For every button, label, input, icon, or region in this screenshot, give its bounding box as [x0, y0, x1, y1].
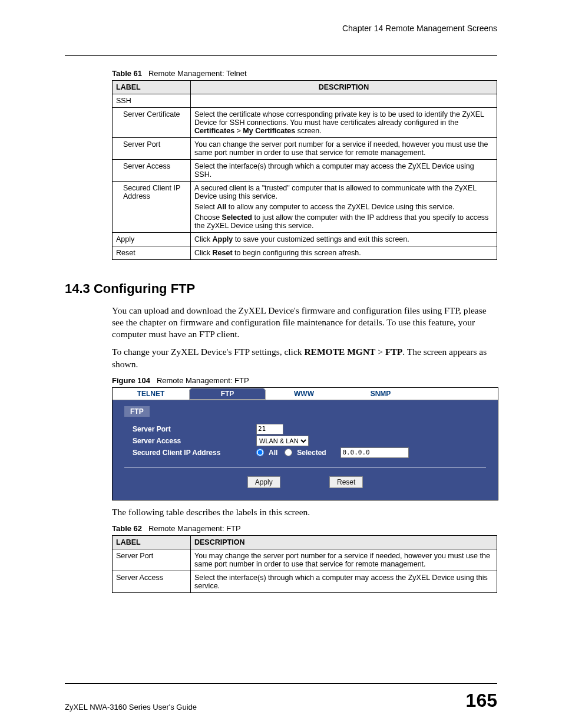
- panel-section-label: FTP: [124, 406, 150, 417]
- panel-divider: [124, 467, 486, 468]
- tab-www[interactable]: WWW: [266, 388, 342, 400]
- footer-guide-name: ZyXEL NWA-3160 Series User's Guide: [65, 703, 197, 711]
- table61-caption: Table 61 Remote Management: Telnet: [112, 69, 497, 78]
- table61-ssh-desc: [191, 94, 497, 108]
- table61-caption-num: Table 61: [112, 69, 142, 78]
- table62-header-label: LABEL: [113, 535, 191, 549]
- table61-reset-label: Reset: [113, 246, 191, 260]
- label-server-access: Server Access: [124, 437, 256, 445]
- table61-serveraccess-label: Server Access: [113, 160, 191, 182]
- section-heading: 14.3 Configuring FTP: [65, 281, 497, 297]
- table61-apply-desc: Click Apply to save your customized sett…: [191, 233, 497, 246]
- table62-serveraccess-desc: Select the interface(s) through which a …: [191, 571, 497, 592]
- table61-securedclient-label: Secured Client IP Address: [113, 182, 191, 233]
- table61-caption-text: Remote Management: Telnet: [148, 69, 247, 78]
- section-para1: You can upload and download the ZyXEL De…: [112, 305, 497, 340]
- table61-serverport-label: Server Port: [113, 138, 191, 160]
- reset-button[interactable]: Reset: [329, 476, 363, 488]
- label-secured-client-ip: Secured Client IP Address: [124, 449, 256, 457]
- tab-ftp[interactable]: FTP: [189, 388, 266, 400]
- table62-caption-num: Table 62: [112, 524, 142, 533]
- table61-ssh-label: SSH: [113, 94, 191, 108]
- tabs: TELNET FTP WWW SNMP: [113, 388, 498, 400]
- input-server-port[interactable]: [256, 424, 283, 434]
- table62: LABEL DESCRIPTION Server Port You may ch…: [112, 535, 497, 593]
- table62-serveraccess-label: Server Access: [113, 571, 191, 592]
- figure104-caption-num: Figure 104: [112, 376, 150, 385]
- section-para2: To change your ZyXEL Device's FTP settin…: [112, 346, 497, 370]
- page-footer: ZyXEL NWA-3160 Series User's Guide 165: [65, 680, 497, 711]
- tab-snmp[interactable]: SNMP: [342, 388, 419, 400]
- table61-serverport-desc: You can change the server port number fo…: [191, 138, 497, 160]
- table61-servercert-label: Server Certificate: [113, 108, 191, 138]
- table61-apply-label: Apply: [113, 233, 191, 246]
- select-server-access[interactable]: WLAN & LAN: [256, 436, 309, 446]
- radio-selected[interactable]: [285, 449, 292, 456]
- table61-header-desc: DESCRIPTION: [191, 81, 497, 94]
- table61-reset-desc: Click Reset to begin configuring this sc…: [191, 246, 497, 260]
- figure104: TELNET FTP WWW SNMP FTP Server Port Serv…: [112, 387, 498, 500]
- figure104-caption: Figure 104 Remote Management: FTP: [112, 376, 497, 385]
- header-rule: [65, 55, 497, 56]
- radio-selected-label: Selected: [297, 449, 326, 457]
- table61-servercert-desc: Select the certificate whose correspondi…: [191, 108, 497, 138]
- table62-serverport-desc: You may change the server port number fo…: [191, 549, 497, 571]
- chapter-header: Chapter 14 Remote Management Screens: [65, 24, 497, 38]
- table62-caption-text: Remote Management: FTP: [148, 524, 241, 533]
- after-figure-text: The following table describes the labels…: [112, 506, 497, 518]
- table62-serverport-label: Server Port: [113, 549, 191, 571]
- table62-header-desc: DESCRIPTION: [191, 535, 497, 549]
- radio-all-label: All: [269, 449, 277, 457]
- table61: LABEL DESCRIPTION SSH Server Certificate…: [112, 80, 497, 260]
- table61-header-label: LABEL: [113, 81, 191, 94]
- page-number: 165: [466, 690, 497, 711]
- radio-all[interactable]: [256, 449, 264, 456]
- tab-telnet[interactable]: TELNET: [113, 388, 189, 400]
- figure104-caption-text: Remote Management: FTP: [157, 376, 249, 385]
- table62-caption: Table 62 Remote Management: FTP: [112, 524, 497, 533]
- ftp-panel: FTP Server Port Server Access WLAN & LAN…: [113, 400, 498, 500]
- table61-securedclient-desc: A secured client is a "trusted" computer…: [191, 182, 497, 233]
- apply-button[interactable]: Apply: [247, 476, 280, 488]
- table61-serveraccess-desc: Select the interface(s) through which a …: [191, 160, 497, 182]
- footer-rule: [65, 683, 497, 684]
- label-server-port: Server Port: [124, 425, 256, 433]
- input-secured-ip[interactable]: [340, 447, 409, 458]
